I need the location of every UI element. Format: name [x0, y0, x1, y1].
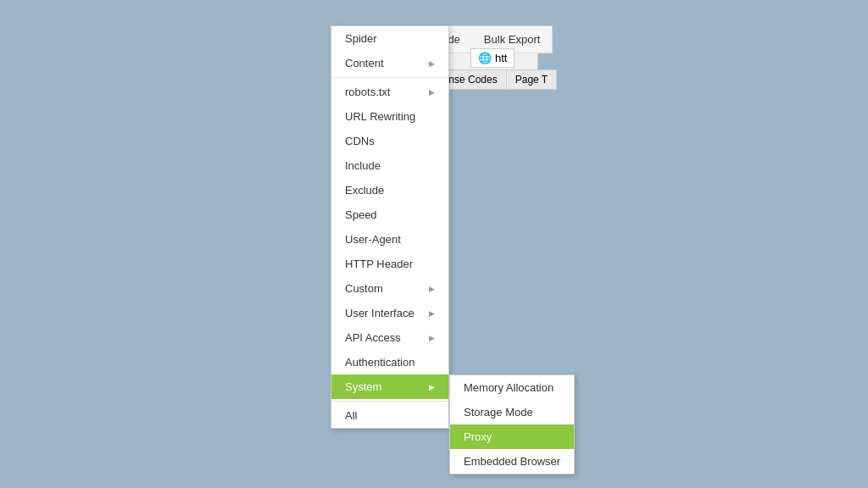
menu-item-cdns-label: CDNs: [345, 135, 375, 147]
url-text: htt: [495, 52, 507, 64]
tab-page-title[interactable]: Page T: [507, 70, 556, 89]
menu-item-user-interface-label: User Interface: [345, 307, 415, 319]
menu-item-robots-txt[interactable]: robots.txt ▶: [331, 80, 448, 104]
menu-separator-2: [331, 401, 448, 402]
url-bar: 🌐 htt: [470, 48, 515, 68]
menu-item-spider-label: Spider: [345, 32, 377, 45]
menu-item-custom[interactable]: Custom ▶: [331, 276, 448, 301]
menu-item-authentication-label: Authentication: [345, 356, 415, 369]
content-arrow-icon: ▶: [429, 59, 435, 68]
menu-item-content[interactable]: Content ▶: [331, 51, 448, 75]
menu-item-speed-label: Speed: [345, 208, 377, 221]
menu-item-robots-label: robots.txt: [345, 86, 390, 98]
submenu-embedded-browser-label: Embedded Browser: [464, 455, 560, 468]
submenu-storage-mode-label: Storage Mode: [464, 406, 533, 419]
menu-item-http-header-label: HTTP Header: [345, 258, 413, 270]
submenu-proxy-label: Proxy: [464, 430, 492, 443]
menu-item-include-label: Include: [345, 159, 381, 172]
menu-item-content-label: Content: [345, 57, 384, 69]
menu-item-user-agent[interactable]: User-Agent: [331, 227, 448, 252]
menu-item-http-header[interactable]: HTTP Header: [331, 252, 448, 276]
menu-item-url-rewriting[interactable]: URL Rewriting: [331, 104, 448, 129]
submenu-item-storage-mode[interactable]: Storage Mode: [450, 400, 574, 424]
globe-icon: 🌐: [478, 52, 492, 64]
submenu-memory-allocation-label: Memory Allocation: [464, 381, 554, 394]
menu-item-cdns[interactable]: CDNs: [331, 129, 448, 153]
submenu-item-proxy[interactable]: Proxy: [450, 424, 574, 449]
submenu-item-memory-allocation[interactable]: Memory Allocation: [450, 375, 574, 400]
menu-item-user-interface[interactable]: User Interface ▶: [331, 301, 448, 325]
configuration-menu: Spider Content ▶ robots.txt ▶ URL Rewrit…: [331, 25, 449, 429]
menu-item-url-rewriting-label: URL Rewriting: [345, 110, 415, 123]
api-access-arrow-icon: ▶: [429, 334, 435, 342]
menu-item-system-label: System: [345, 380, 381, 393]
menu-item-authentication[interactable]: Authentication: [331, 350, 448, 374]
menu-item-speed[interactable]: Speed: [331, 202, 448, 227]
user-interface-arrow-icon: ▶: [429, 309, 435, 318]
menu-item-all-label: All: [345, 409, 357, 422]
custom-arrow-icon: ▶: [429, 285, 435, 293]
menu-item-user-agent-label: User-Agent: [345, 233, 401, 246]
menu-item-all[interactable]: All: [331, 403, 448, 428]
menu-separator-1: [331, 77, 448, 78]
menu-item-api-access[interactable]: API Access ▶: [331, 325, 448, 350]
menu-item-spider[interactable]: Spider: [331, 26, 448, 51]
menu-item-custom-label: Custom: [345, 282, 383, 295]
menu-item-exclude-label: Exclude: [345, 184, 384, 197]
menu-item-exclude[interactable]: Exclude: [331, 178, 448, 202]
system-submenu: Memory Allocation Storage Mode Proxy Emb…: [449, 374, 575, 474]
menu-item-include[interactable]: Include: [331, 153, 448, 178]
menu-item-system[interactable]: System ▶: [331, 374, 448, 399]
system-arrow-icon: ▶: [429, 383, 435, 391]
menu-item-api-access-label: API Access: [345, 331, 401, 344]
robots-arrow-icon: ▶: [429, 88, 435, 97]
submenu-item-embedded-browser[interactable]: Embedded Browser: [450, 449, 574, 474]
